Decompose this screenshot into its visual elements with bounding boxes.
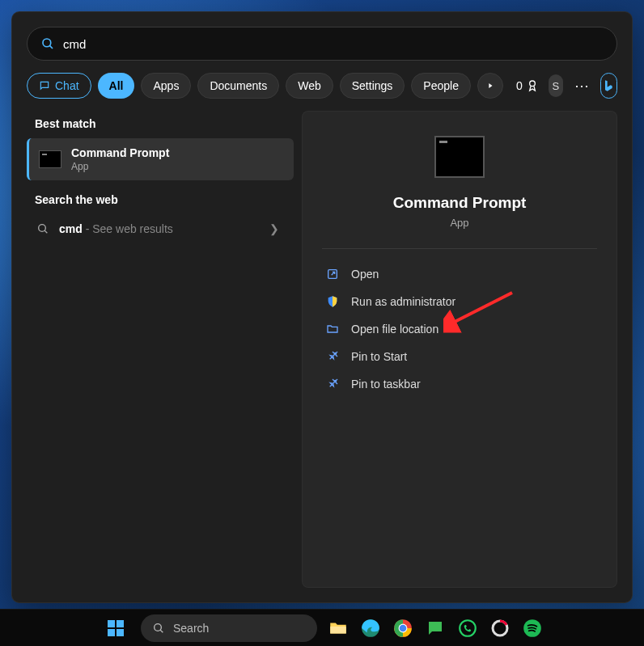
svg-point-2 <box>529 81 535 87</box>
result-subtitle: App <box>71 161 169 172</box>
preview-panel: Command Prompt App Open Run as administr… <box>302 111 617 588</box>
tab-apps-label: Apps <box>153 79 179 92</box>
svg-rect-8 <box>117 620 124 627</box>
rewards-indicator[interactable]: 0 <box>516 79 539 92</box>
filter-tabs: Chat All Apps Documents Web Settings Peo… <box>27 72 617 99</box>
results-left: Best match Command Prompt App Search the… <box>27 111 294 588</box>
svg-point-0 <box>43 39 51 47</box>
search-icon <box>152 622 165 635</box>
tab-all-label: All <box>109 79 124 92</box>
action-open-location-label: Open file location <box>351 323 439 336</box>
search-web-heading: Search the web <box>35 193 294 206</box>
folder-icon <box>328 618 349 639</box>
open-icon <box>325 267 340 281</box>
result-command-prompt[interactable]: Command Prompt App <box>27 138 294 180</box>
start-search-panel: Chat All Apps Documents Web Settings Peo… <box>11 11 633 603</box>
taskbar-search[interactable]: Search <box>141 614 317 642</box>
result-text: Command Prompt App <box>71 146 169 172</box>
web-result[interactable]: cmd - See web results ❯ <box>27 214 294 243</box>
action-open[interactable]: Open <box>322 260 597 288</box>
taskbar-search-label: Search <box>173 622 209 635</box>
avatar-initial: S <box>552 80 559 92</box>
tab-documents-label: Documents <box>210 79 267 92</box>
svg-rect-13 <box>330 626 346 633</box>
spotify-icon <box>522 618 543 639</box>
tab-documents[interactable]: Documents <box>197 73 279 99</box>
edge-icon <box>360 618 381 639</box>
whatsapp-icon <box>457 618 478 639</box>
taskbar: Search <box>0 609 644 646</box>
search-icon <box>40 36 55 51</box>
preview-subtitle: App <box>322 217 597 229</box>
tab-chat[interactable]: Chat <box>27 73 91 99</box>
user-avatar[interactable]: S <box>549 74 563 97</box>
action-pin-taskbar[interactable]: Pin to taskbar <box>322 370 597 398</box>
circle-icon <box>490 619 510 638</box>
bing-chat-button[interactable] <box>600 73 617 99</box>
svg-line-12 <box>160 630 163 632</box>
rewards-icon <box>526 79 539 92</box>
tab-all[interactable]: All <box>98 73 135 99</box>
action-open-location[interactable]: Open file location <box>322 315 597 343</box>
web-query: cmd <box>59 222 83 235</box>
search-input[interactable] <box>63 37 604 51</box>
tab-settings[interactable]: Settings <box>340 73 405 99</box>
best-match-heading: Best match <box>35 117 294 130</box>
web-result-text: cmd - See web results <box>59 222 173 235</box>
caret-right-icon <box>486 82 494 90</box>
tab-people[interactable]: People <box>411 73 471 99</box>
pin-icon <box>325 377 340 391</box>
bing-icon <box>602 79 615 92</box>
tab-settings-label: Settings <box>352 79 393 92</box>
pin-icon <box>325 349 340 364</box>
tab-web-label: Web <box>298 79 321 92</box>
action-open-label: Open <box>351 268 379 281</box>
taskbar-edge[interactable] <box>359 617 382 640</box>
chevron-right-icon: ❯ <box>269 222 279 235</box>
start-button[interactable] <box>100 613 131 644</box>
results-row: Best match Command Prompt App Search the… <box>27 111 617 588</box>
chat-icon <box>39 80 50 91</box>
result-title: Command Prompt <box>71 146 169 159</box>
taskbar-chat[interactable] <box>424 617 447 640</box>
taskbar-explorer[interactable] <box>327 617 350 640</box>
rewards-count: 0 <box>516 79 523 92</box>
tab-chat-label: Chat <box>55 79 79 92</box>
preview-app-icon <box>434 136 485 178</box>
overflow-menu[interactable]: ⋯ <box>570 77 594 95</box>
svg-point-19 <box>400 624 407 631</box>
action-pin-taskbar-label: Pin to taskbar <box>351 378 421 391</box>
more-icon: ⋯ <box>574 78 589 94</box>
search-box[interactable] <box>27 27 617 61</box>
svg-point-20 <box>460 620 476 636</box>
cmd-icon <box>39 150 61 168</box>
tab-web[interactable]: Web <box>286 73 333 99</box>
svg-rect-10 <box>117 629 124 636</box>
web-result-left: cmd - See web results <box>36 222 173 235</box>
tab-more-dropdown[interactable] <box>477 73 503 99</box>
tab-apps[interactable]: Apps <box>141 73 191 99</box>
taskbar-chrome[interactable] <box>392 617 414 640</box>
web-suffix: - See web results <box>83 222 173 235</box>
svg-point-3 <box>39 225 46 232</box>
preview-title: Command Prompt <box>322 194 597 212</box>
tab-people-label: People <box>423 79 459 92</box>
svg-line-4 <box>44 230 47 233</box>
svg-rect-9 <box>108 629 115 636</box>
action-run-admin-label: Run as administrator <box>351 295 455 308</box>
taskbar-whatsapp[interactable] <box>456 617 479 640</box>
svg-rect-7 <box>108 620 115 627</box>
search-icon <box>36 222 49 235</box>
svg-line-1 <box>49 45 53 49</box>
taskbar-app-generic[interactable] <box>489 617 511 640</box>
folder-icon <box>325 322 340 336</box>
svg-point-11 <box>155 623 162 631</box>
chrome-icon <box>392 618 413 639</box>
action-run-admin[interactable]: Run as administrator <box>322 288 597 315</box>
windows-icon <box>106 619 125 638</box>
action-pin-start[interactable]: Pin to Start <box>322 343 597 370</box>
shield-icon <box>325 294 340 309</box>
divider <box>322 248 597 249</box>
taskbar-spotify[interactable] <box>521 617 544 640</box>
chat-icon <box>426 619 445 638</box>
